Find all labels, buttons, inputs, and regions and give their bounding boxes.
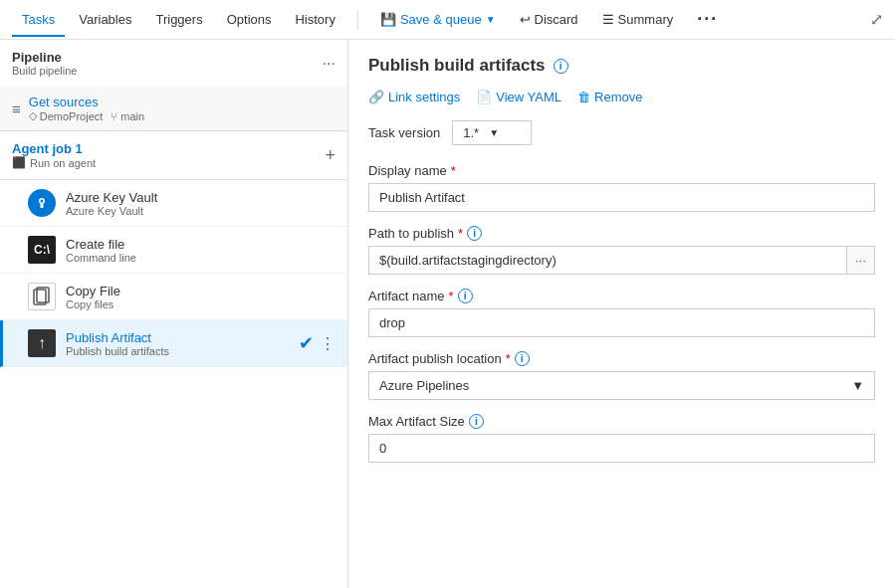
tab-triggers[interactable]: Triggers	[145, 4, 212, 37]
svg-rect-1	[41, 204, 44, 208]
display-name-input[interactable]	[368, 183, 875, 212]
get-sources-icon: ≡	[12, 100, 21, 117]
tab-options[interactable]: Options	[217, 4, 282, 37]
save-icon: 💾	[380, 12, 396, 27]
chevron-down-icon: ▼	[486, 14, 496, 25]
artifact-name-input[interactable]	[368, 308, 875, 337]
artifact-name-info-icon[interactable]: i	[458, 289, 473, 303]
section-info-icon[interactable]: i	[554, 59, 568, 74]
create-file-icon: C:\	[28, 236, 56, 264]
path-required: *	[458, 226, 463, 241]
branch-icon: ⑂	[111, 110, 117, 122]
azure-key-vault-subtitle: Azure Key Vault	[66, 205, 336, 217]
sidebar: Pipeline Build pipeline ··· ≡ Get source…	[0, 40, 348, 588]
top-navigation: Tasks Variables Triggers Options History…	[0, 0, 895, 40]
pipeline-subtitle: Build pipeline	[12, 65, 77, 77]
path-browse-button[interactable]: ···	[847, 246, 875, 275]
location-chevron-icon: ▼	[851, 378, 864, 393]
copy-file-info: Copy File Copy files	[66, 284, 336, 310]
task-item-publish-artifact[interactable]: ↑ Publish Artifact Publish build artifac…	[0, 320, 347, 367]
task-item-azure-key-vault[interactable]: Azure Key Vault Azure Key Vault	[0, 180, 347, 227]
task-version-select[interactable]: 1.* ▼	[452, 120, 532, 145]
view-yaml-button[interactable]: 📄 View YAML	[476, 90, 561, 104]
undo-icon: ↩	[520, 12, 531, 27]
task-version-label: Task version	[368, 125, 440, 140]
create-file-info: Create file Command line	[66, 237, 336, 264]
copy-file-title: Copy File	[66, 284, 336, 298]
artifact-name-required: *	[449, 289, 454, 303]
summary-button[interactable]: ☰ Summary	[592, 7, 684, 32]
main-layout: Pipeline Build pipeline ··· ≡ Get source…	[0, 40, 895, 588]
publish-artifact-title: Publish Artifact	[66, 330, 289, 345]
page-title: Publish build artifacts	[368, 56, 546, 76]
pipeline-menu-button[interactable]: ···	[323, 55, 336, 73]
task-more-button[interactable]: ⋮	[320, 334, 336, 353]
copy-file-icon	[28, 283, 56, 310]
artifact-location-info-icon[interactable]: i	[515, 351, 530, 366]
get-sources-meta: ◇ DemoProject ⑂ main	[29, 109, 144, 122]
upload-arrow-icon: ↑	[38, 334, 46, 352]
publish-artifact-icon: ↑	[28, 329, 56, 357]
get-sources-branch: ⑂ main	[111, 110, 144, 122]
azure-key-vault-title: Azure Key Vault	[66, 190, 336, 205]
path-info-icon[interactable]: i	[467, 226, 482, 241]
discard-button[interactable]: ↩ Discard	[510, 7, 588, 32]
display-name-field: Display name *	[368, 163, 875, 212]
path-input-wrapper: ···	[368, 246, 875, 275]
artifact-publish-location-select[interactable]: Azure Pipelines ▼	[368, 371, 875, 400]
task-check-icon: ✔	[299, 332, 314, 354]
expand-icon[interactable]: ⤢	[870, 10, 883, 29]
copy-file-subtitle: Copy files	[66, 298, 336, 310]
get-sources-project: ◇ DemoProject	[29, 109, 104, 122]
path-to-publish-input[interactable]	[368, 246, 847, 275]
save-queue-button[interactable]: 💾 Save & queue ▼	[370, 7, 506, 32]
artifact-location-value: Azure Pipelines	[379, 378, 469, 393]
section-header: Publish build artifacts i	[368, 56, 875, 76]
agent-job-left: Agent job 1 ⬛ Run on agent	[12, 141, 96, 169]
agent-job-item: Agent job 1 ⬛ Run on agent +	[0, 131, 347, 180]
path-to-publish-label: Path to publish * i	[368, 226, 875, 241]
publish-artifact-subtitle: Publish build artifacts	[66, 345, 289, 357]
version-chevron-icon: ▼	[489, 127, 499, 138]
link-icon: 🔗	[368, 90, 384, 104]
task-item-copy-file[interactable]: Copy File Copy files	[0, 274, 347, 320]
artifact-publish-location-field: Artifact publish location * i Azure Pipe…	[368, 351, 875, 400]
task-item-create-file[interactable]: C:\ Create file Command line	[0, 227, 347, 274]
max-artifact-size-input[interactable]	[368, 434, 875, 463]
agent-job-subtitle: ⬛ Run on agent	[12, 156, 96, 169]
add-task-button[interactable]: +	[325, 145, 336, 166]
remove-button[interactable]: 🗑 Remove	[577, 90, 642, 104]
agent-job-title[interactable]: Agent job 1	[12, 141, 96, 156]
nav-divider	[357, 10, 358, 30]
link-settings-button[interactable]: 🔗 Link settings	[368, 90, 460, 104]
artifact-location-required: *	[506, 351, 511, 366]
pipeline-title: Pipeline	[12, 50, 77, 65]
list-icon: ☰	[602, 12, 614, 27]
pipeline-info: Pipeline Build pipeline	[12, 50, 77, 77]
azure-key-vault-info: Azure Key Vault Azure Key Vault	[66, 190, 336, 217]
create-file-subtitle: Command line	[66, 252, 336, 264]
tab-history[interactable]: History	[285, 4, 344, 37]
tab-variables[interactable]: Variables	[69, 4, 141, 37]
artifact-publish-location-label: Artifact publish location * i	[368, 351, 875, 366]
max-size-info-icon[interactable]: i	[469, 414, 484, 429]
remove-icon: 🗑	[577, 90, 590, 104]
create-file-title: Create file	[66, 237, 336, 252]
project-icon: ◇	[29, 109, 37, 122]
get-sources-title: Get sources	[29, 95, 144, 109]
task-actions: ✔ ⋮	[299, 332, 336, 354]
task-version-value: 1.*	[463, 125, 479, 140]
action-links: 🔗 Link settings 📄 View YAML 🗑 Remove	[368, 90, 875, 104]
artifact-name-field: Artifact name * i	[368, 289, 875, 337]
tab-tasks[interactable]: Tasks	[12, 4, 65, 37]
artifact-name-label: Artifact name * i	[368, 289, 875, 303]
yaml-icon: 📄	[476, 90, 492, 104]
get-sources-item[interactable]: ≡ Get sources ◇ DemoProject ⑂ main	[0, 87, 347, 131]
max-artifact-size-field: Max Artifact Size i	[368, 414, 875, 463]
publish-artifact-info: Publish Artifact Publish build artifacts	[66, 330, 289, 357]
max-artifact-size-label: Max Artifact Size i	[368, 414, 875, 429]
path-to-publish-field: Path to publish * i ···	[368, 226, 875, 275]
more-options-button[interactable]: ···	[687, 4, 728, 35]
display-name-label: Display name *	[368, 163, 875, 178]
pipeline-header: Pipeline Build pipeline ···	[0, 40, 347, 87]
